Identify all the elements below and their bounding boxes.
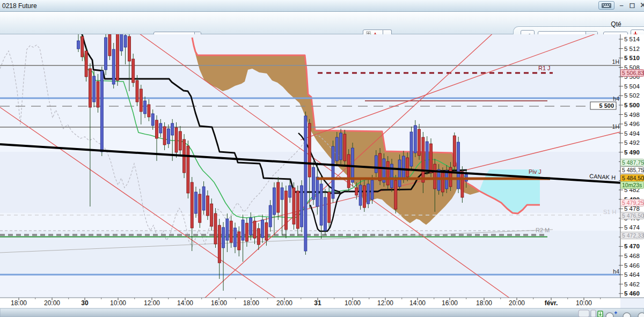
chart-label: S1 H bbox=[603, 209, 617, 215]
price-tag-label: 5 487,75 bbox=[622, 159, 644, 166]
trading-window: 0218 Future – ◻ ✕ 15 minutes bbox=[0, 0, 644, 317]
close-button[interactable]: ✕ bbox=[639, 1, 644, 10]
price-tag-label: 10m23s bbox=[622, 182, 642, 188]
candle bbox=[250, 218, 252, 235]
x-tick-label: 10:00 bbox=[110, 299, 126, 307]
candle bbox=[218, 225, 221, 263]
x-tick-label: 10:00 bbox=[345, 299, 361, 307]
y-tick-label: 5 498 bbox=[624, 112, 640, 118]
keyboard-icon[interactable] bbox=[598, 1, 614, 10]
candle bbox=[167, 129, 170, 144]
chart-label: Piv J bbox=[529, 168, 541, 175]
candle bbox=[308, 123, 311, 177]
x-tick-label: 14:00 bbox=[177, 299, 193, 307]
candle bbox=[191, 182, 193, 228]
candle bbox=[214, 213, 217, 244]
candle bbox=[112, 49, 115, 84]
candle bbox=[179, 131, 181, 150]
candle bbox=[175, 128, 178, 152]
y-tick-label: 5 470 bbox=[624, 243, 640, 249]
titlebar: 0218 Future – ◻ ✕ bbox=[0, 0, 644, 12]
candle bbox=[316, 177, 319, 207]
candle bbox=[312, 167, 315, 200]
candle bbox=[159, 123, 162, 133]
candle bbox=[292, 188, 295, 224]
x-tick-label: 14:00 bbox=[409, 299, 426, 307]
y-tick-label: 5 502 bbox=[624, 92, 640, 99]
candle bbox=[434, 164, 436, 189]
price-tag-label: 5 476,50 bbox=[622, 212, 644, 219]
y-tick-label: 5 490 bbox=[624, 149, 640, 156]
x-tick-label: 16:00 bbox=[442, 299, 458, 307]
x-tick-label: févr. bbox=[545, 299, 558, 307]
candle bbox=[320, 184, 323, 225]
x-tick-label: 18:00 bbox=[243, 299, 259, 307]
candle bbox=[265, 223, 268, 240]
scroll-button[interactable] bbox=[579, 310, 589, 317]
candle bbox=[340, 133, 342, 160]
candle bbox=[81, 36, 84, 57]
candle bbox=[140, 89, 142, 112]
candle bbox=[277, 182, 280, 212]
candle bbox=[398, 160, 401, 187]
candle bbox=[301, 186, 303, 227]
x-tick-label: 18:00 bbox=[11, 299, 27, 307]
chart-label: 1H bbox=[612, 58, 619, 65]
candle bbox=[371, 180, 374, 200]
y-tick-label: 5 474 bbox=[624, 224, 640, 231]
price-tag-label: 5 506,83 bbox=[622, 70, 644, 76]
paste-icon[interactable] bbox=[598, 311, 603, 317]
price-chart[interactable]: R1 JPiv JCANAK HS1 HR2 M1Hh41Hh45 5005 5… bbox=[0, 34, 644, 317]
y-tick-label: 5 466 bbox=[624, 262, 640, 269]
price-tag-label: 5 472,33 bbox=[622, 232, 644, 239]
price-tag-label: 5 479,25 bbox=[622, 200, 644, 206]
x-tick-label: 18:00 bbox=[476, 299, 492, 307]
candle bbox=[156, 120, 158, 138]
x-tick-label: 31 bbox=[314, 299, 321, 307]
candle bbox=[132, 59, 135, 83]
maximize-button[interactable]: ◻ bbox=[628, 1, 636, 10]
candle bbox=[406, 158, 409, 177]
candle bbox=[457, 142, 460, 189]
candle bbox=[453, 136, 456, 166]
candle bbox=[124, 35, 127, 47]
candle bbox=[120, 34, 123, 51]
zoom-out-icon[interactable] bbox=[623, 313, 631, 317]
candle bbox=[206, 196, 209, 216]
qty-label: Qté bbox=[604, 20, 628, 28]
candle bbox=[257, 228, 260, 245]
price-tag-label: 5 485,75 bbox=[622, 167, 644, 173]
candle bbox=[151, 114, 154, 126]
candle bbox=[269, 205, 272, 227]
y-tick-label: 5 464 bbox=[624, 271, 640, 278]
candle bbox=[355, 188, 358, 195]
candle bbox=[324, 197, 326, 231]
candle bbox=[148, 105, 150, 117]
candle bbox=[241, 220, 244, 240]
x-axis bbox=[0, 298, 620, 308]
candle bbox=[284, 191, 287, 230]
y-tick-label: 5 494 bbox=[624, 130, 640, 137]
candle bbox=[222, 227, 225, 248]
candle bbox=[93, 76, 96, 102]
chart-label: h4 bbox=[613, 95, 619, 102]
minimize-button[interactable]: – bbox=[618, 1, 625, 10]
candle bbox=[402, 156, 405, 179]
chart-label: 1H bbox=[612, 123, 619, 130]
candle bbox=[328, 192, 331, 223]
x-tick-label: 20:00 bbox=[44, 299, 60, 307]
x-tick-label: 20:00 bbox=[509, 299, 525, 307]
y-tick-label: 5 504 bbox=[624, 83, 640, 90]
candle bbox=[234, 228, 237, 247]
price-box-label: 5 500 bbox=[599, 102, 614, 109]
candle bbox=[261, 220, 264, 238]
bg-band bbox=[0, 213, 620, 231]
candle bbox=[430, 144, 433, 173]
chart-label: h4 bbox=[613, 268, 619, 275]
y-tick-label: 5 460 bbox=[624, 290, 640, 297]
candle bbox=[136, 80, 138, 102]
scroll-button[interactable] bbox=[591, 310, 596, 317]
x-tick-label: 12:00 bbox=[144, 299, 160, 307]
candle bbox=[230, 221, 232, 242]
y-tick-label: 5 462 bbox=[624, 281, 640, 287]
